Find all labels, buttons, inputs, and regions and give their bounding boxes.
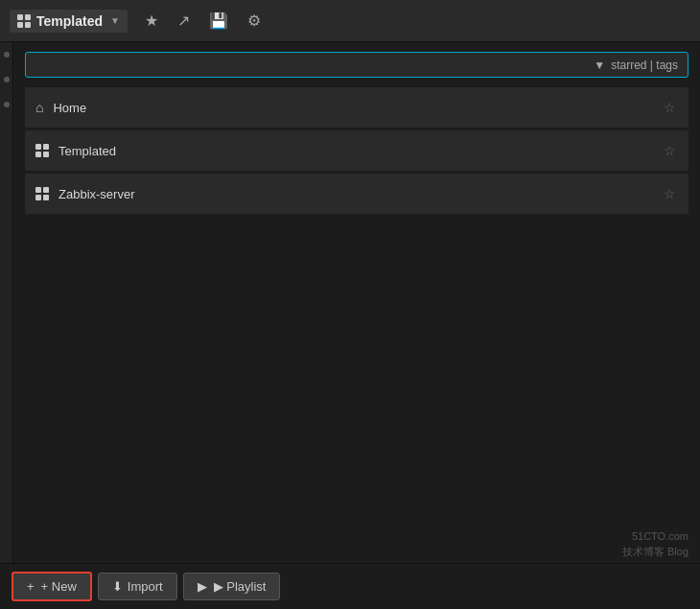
dashboard-item-home[interactable]: ⌂ Home ☆: [25, 87, 688, 128]
sidebar-dot-1: [4, 52, 10, 58]
search-bar-wrapper: ▼ starred | tags: [13, 42, 700, 87]
main-panel: ▼ starred | tags ⌂ Home ☆ Templated ☆: [13, 42, 700, 563]
footer: + + New ⬇ Import ▶ ▶ Playlist: [0, 563, 700, 609]
brand-label: Templated: [36, 13, 103, 29]
search-bar: ▼ starred | tags: [25, 52, 688, 78]
dashboard-item-templated[interactable]: Templated ☆: [25, 130, 688, 171]
dashboard-item-label-templated: Templated: [58, 144, 662, 158]
settings-icon: ⚙: [247, 12, 261, 30]
filter-icon: ▼: [594, 59, 605, 72]
settings-button[interactable]: ⚙: [244, 10, 265, 32]
watermark-line2: 技术博客 Blog: [622, 545, 688, 559]
watermark-line1: 51CTO.com: [622, 529, 688, 544]
header-actions: ★ ↗ 💾 ⚙: [141, 10, 265, 32]
star-button[interactable]: ★: [141, 10, 162, 32]
save-icon: 💾: [209, 12, 228, 30]
home-icon: ⌂: [35, 100, 43, 115]
dashboard-grid-icon-templated: [35, 144, 49, 157]
watermark-area: 51CTO.com 技术博客 Blog: [13, 526, 700, 563]
import-icon: ⬇: [112, 579, 123, 594]
import-button[interactable]: ⬇ Import: [98, 573, 177, 600]
star-icon: ★: [145, 12, 158, 30]
sidebar-strip: [0, 42, 13, 563]
dashboard-list: ⌂ Home ☆ Templated ☆ Zabbix-server ☆: [13, 87, 700, 307]
dashboard-grid-icon-zabbix: [35, 187, 49, 200]
brand-button[interactable]: Templated ▼: [10, 10, 128, 33]
dashboard-item-zabbix[interactable]: Zabbix-server ☆: [25, 174, 688, 214]
import-label: Import: [128, 579, 163, 594]
brand-dropdown-arrow: ▼: [110, 15, 120, 26]
dashboard-item-label-home: Home: [53, 101, 662, 115]
share-button[interactable]: ↗: [174, 10, 194, 32]
sidebar-dot-2: [4, 77, 10, 82]
search-input[interactable]: [35, 58, 588, 72]
playlist-icon: ▶: [198, 579, 207, 594]
filter-label: starred | tags: [611, 59, 678, 72]
new-label: + New: [41, 579, 77, 594]
dashboard-item-star-zabbix[interactable]: ☆: [662, 184, 678, 203]
playlist-button[interactable]: ▶ ▶ Playlist: [183, 573, 281, 600]
watermark: 51CTO.com 技术博客 Blog: [622, 529, 688, 559]
new-icon: +: [27, 579, 35, 594]
sidebar-dot-3: [4, 102, 10, 107]
dashboard-item-label-zabbix: Zabbix-server: [58, 187, 662, 201]
empty-area: [13, 307, 700, 527]
dashboard-item-star-templated[interactable]: ☆: [662, 141, 678, 160]
header: Templated ▼ ★ ↗ 💾 ⚙: [0, 0, 700, 42]
dashboard-item-star-home[interactable]: ☆: [662, 98, 678, 117]
brand-grid-icon: [17, 14, 31, 28]
save-button[interactable]: 💾: [205, 10, 232, 32]
playlist-label: ▶ Playlist: [214, 579, 267, 594]
share-icon: ↗: [177, 12, 190, 30]
new-button[interactable]: + + New: [12, 572, 92, 601]
content-area: ▼ starred | tags ⌂ Home ☆ Templated ☆: [0, 42, 700, 563]
